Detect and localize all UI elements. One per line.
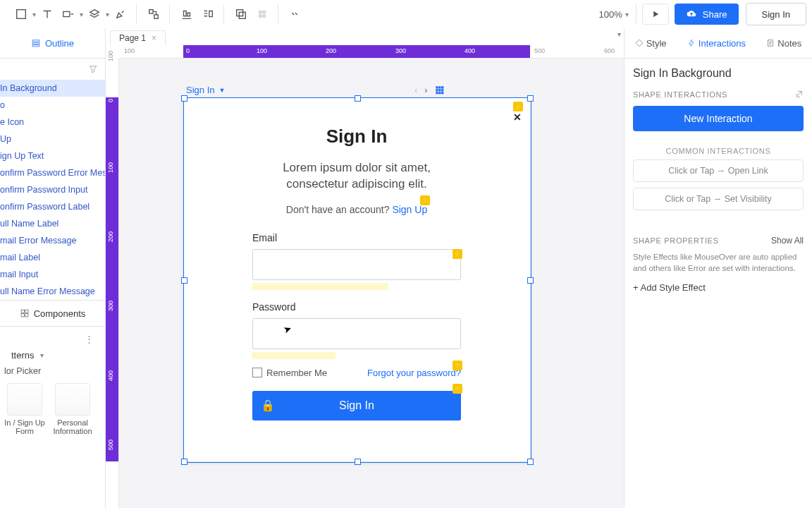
grid-view-icon[interactable] — [435, 85, 444, 95]
section-common-interactions: COMMON INTERACTIONS — [633, 143, 804, 159]
svg-rect-21 — [438, 89, 441, 91]
zoom-value: 100% — [599, 9, 622, 20]
tree-item[interactable]: mail Error Message — [0, 232, 105, 249]
tree-item[interactable]: mail Label — [0, 249, 105, 266]
svg-point-8 — [259, 15, 262, 18]
add-style-effect-button[interactable]: + Add Style Effect — [633, 279, 804, 296]
svg-rect-10 — [32, 40, 39, 42]
popout-icon[interactable] — [794, 90, 804, 99]
resize-handle[interactable] — [527, 95, 534, 102]
form-tool-icon[interactable] — [59, 4, 78, 24]
tree-item[interactable]: onfirm Password Input — [0, 181, 105, 198]
outline-tab[interactable]: Outline — [0, 28, 105, 59]
boolean-icon — [252, 4, 272, 24]
new-interaction-button[interactable]: New Interaction — [633, 106, 804, 131]
svg-rect-4 — [237, 10, 243, 16]
group-icon[interactable] — [144, 4, 164, 24]
page-tab[interactable]: Page 1 × — [110, 30, 166, 45]
text-tool-icon[interactable] — [37, 4, 57, 24]
resize-handle[interactable] — [527, 459, 534, 465]
common-open-link[interactable]: Click or Tap → Open Link — [633, 159, 804, 182]
components-menu[interactable]: ⋮ — [85, 334, 94, 344]
prev-artboard-icon[interactable]: ‹ — [414, 85, 417, 95]
share-button[interactable]: Share — [675, 4, 739, 25]
resize-handle[interactable] — [181, 459, 187, 465]
library-item[interactable]: lor Picker — [4, 366, 41, 376]
tree-item[interactable]: onfirm Password Error Mes — [0, 164, 105, 181]
svg-rect-16 — [25, 314, 27, 317]
ruler-horizontal: 100 0 100 200 300 400 500 600 — [118, 45, 624, 59]
outline-icon — [31, 38, 41, 48]
svg-rect-5 — [239, 12, 245, 18]
common-set-visibility[interactable]: Click or Tap → Set Visibility — [633, 188, 804, 210]
svg-rect-12 — [32, 45, 39, 47]
show-all-button[interactable]: Show All — [771, 236, 804, 246]
section-shape-properties: SHAPE PROPERTIES — [633, 236, 719, 245]
svg-rect-25 — [441, 92, 443, 94]
tree-item[interactable]: onfirm Password Label — [0, 198, 105, 215]
tree-item[interactable]: ull Name Label — [0, 215, 105, 232]
component-thumb[interactable]: In / Sign Up Form — [4, 383, 45, 435]
top-toolbar: ▾ ▾ ▾ 100% ▾ Share Sign In — [0, 0, 812, 29]
tree-item[interactable]: mail Input — [0, 266, 105, 283]
tab-style[interactable]: Style — [635, 38, 667, 49]
tree-item[interactable]: Up — [0, 131, 105, 147]
outline-tree: In Background o e Icon Up ign Up Text on… — [0, 80, 105, 300]
tabs-overflow-icon[interactable]: ▾ — [617, 30, 621, 38]
ruler-vertical: 100 0 100 200 300 400 500 — [106, 58, 119, 508]
zoom-select[interactable]: 100% ▾ — [592, 4, 636, 24]
components-header[interactable]: Components — [0, 300, 105, 326]
tab-interactions[interactable]: Interactions — [687, 38, 746, 49]
resize-handle[interactable] — [355, 95, 361, 102]
canvas[interactable]: Page 1 × ▾ 100 0 100 200 300 400 500 600… — [106, 28, 624, 508]
tree-item-selected[interactable]: In Background — [0, 80, 105, 97]
note-icon — [766, 39, 775, 47]
align-icon[interactable] — [177, 4, 197, 24]
tree-item[interactable]: ign Up Text — [0, 147, 105, 164]
close-tab-icon[interactable]: × — [152, 33, 156, 43]
top-signin-button[interactable]: Sign In — [746, 3, 806, 25]
resize-handle[interactable] — [355, 459, 361, 465]
resize-handle[interactable] — [181, 95, 187, 102]
svg-rect-1 — [63, 11, 70, 16]
resize-handle[interactable] — [527, 277, 534, 284]
component-thumb[interactable]: Personal Information — [52, 383, 93, 435]
svg-rect-3 — [154, 15, 158, 18]
svg-rect-22 — [441, 89, 443, 91]
selection-name: Sign In Background — [633, 59, 804, 85]
combine-icon[interactable] — [231, 4, 251, 24]
library-select[interactable]: tterns ▾ — [11, 350, 44, 361]
artboard-nav: ‹ › — [414, 85, 444, 95]
outline-filter[interactable] — [0, 59, 105, 80]
tree-item[interactable]: ull Name Error Message — [0, 283, 105, 300]
resize-handle[interactable] — [181, 277, 187, 284]
svg-rect-0 — [17, 10, 26, 19]
shape-tool-icon[interactable] — [11, 4, 31, 24]
pen-tool-icon[interactable] — [111, 4, 130, 24]
svg-rect-19 — [441, 86, 443, 88]
preview-button[interactable] — [642, 4, 669, 25]
layers-tool-icon[interactable] — [85, 4, 104, 24]
svg-rect-11 — [32, 42, 39, 44]
svg-rect-23 — [436, 92, 438, 94]
components-icon — [20, 308, 30, 318]
diamond-icon — [635, 39, 644, 47]
tab-notes[interactable]: Notes — [766, 38, 801, 49]
svg-rect-24 — [438, 92, 441, 94]
svg-point-7 — [263, 11, 266, 14]
text-align-icon[interactable] — [198, 4, 218, 24]
tree-item[interactable]: e Icon — [0, 114, 105, 131]
svg-rect-18 — [438, 86, 441, 88]
svg-rect-20 — [436, 89, 438, 91]
bolt-icon — [687, 39, 696, 47]
share-label: Share — [703, 9, 727, 20]
tab-strip: Page 1 × ▾ — [106, 28, 624, 46]
tree-item[interactable]: o — [0, 97, 105, 114]
next-artboard-icon[interactable]: › — [424, 85, 427, 95]
selection-outline — [183, 97, 531, 463]
right-panel: Style Interactions Notes Sign In Backgro… — [624, 28, 812, 508]
more-tools-icon[interactable] — [285, 4, 305, 24]
section-shape-interactions: SHAPE INTERACTIONS — [633, 90, 727, 99]
artboard-label[interactable]: Sign In ▼ — [186, 85, 225, 95]
svg-rect-15 — [21, 314, 24, 317]
